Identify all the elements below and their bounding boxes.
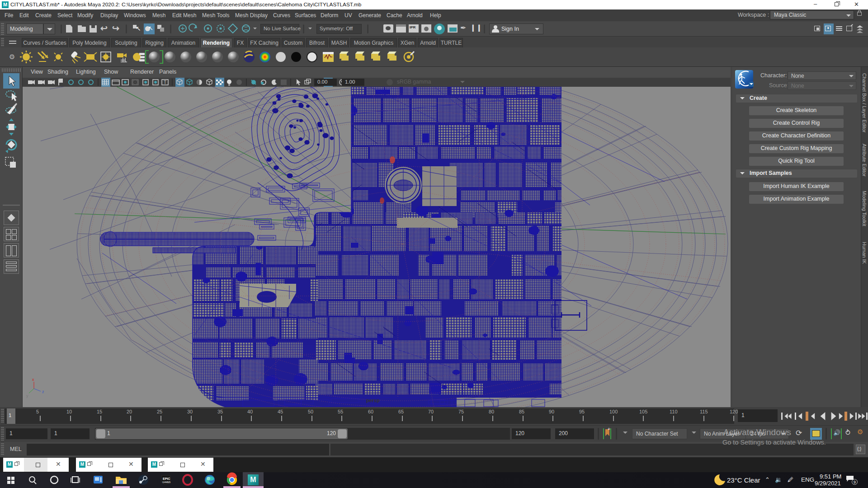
svg-text:y: y [26, 394, 28, 398]
svg-text:GAMES: GAMES [162, 481, 171, 483]
svg-text:EPIC: EPIC [163, 477, 170, 480]
svg-text:T: T [164, 80, 166, 85]
svg-text:x: x [32, 377, 34, 382]
svg-text:z: z [42, 389, 44, 394]
svg-text:persp: persp [366, 398, 380, 403]
